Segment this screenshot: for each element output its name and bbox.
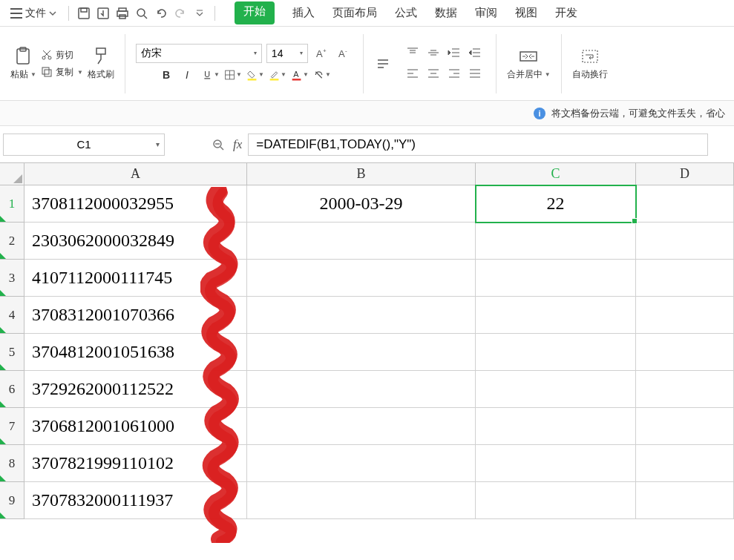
col-header-B[interactable]: B [247,163,476,185]
clear-format-icon[interactable]: ▼ [313,66,331,84]
row-header[interactable]: 6 [0,371,24,408]
cell[interactable] [636,482,734,519]
tab-view[interactable]: 视图 [515,1,537,24]
cell[interactable]: 3707832000111937 [24,482,247,519]
align-justify-icon[interactable] [466,65,484,82]
align-right-icon[interactable] [445,65,463,82]
font-color-icon[interactable]: A▼ [291,66,309,84]
paste-button[interactable]: 粘贴▼ [10,46,36,81]
cell[interactable] [476,371,636,408]
col-header-A[interactable]: A [24,163,247,185]
tab-review[interactable]: 审阅 [475,1,497,24]
cell[interactable] [247,223,476,260]
redo-icon[interactable] [173,6,188,21]
row-header[interactable]: 9 [0,482,24,519]
align-center-icon[interactable] [425,65,442,82]
cell[interactable]: 3707821999110102 [24,445,247,482]
cell[interactable] [636,260,734,297]
auto-wrap-button[interactable]: 自动换行 [572,46,608,81]
copy-button[interactable]: 复制▼ [41,66,83,79]
quick-access-dropdown[interactable] [192,6,207,21]
cell[interactable]: 2303062000032849 [24,223,247,260]
underline-icon[interactable]: U▼ [202,66,220,84]
increase-font-icon[interactable]: A+ [312,45,330,62]
cell[interactable] [247,297,476,334]
cell[interactable] [476,260,636,297]
cell[interactable] [247,408,476,445]
tab-formula[interactable]: 公式 [395,1,417,24]
italic-icon[interactable]: I [180,66,197,84]
row-header[interactable]: 8 [0,445,24,482]
align-top-icon[interactable] [404,44,422,62]
print-icon[interactable] [115,6,130,21]
merge-label: 合并居中 [507,68,543,81]
cell[interactable]: 3704812001051638 [24,334,247,371]
cell[interactable]: 3729262000112522 [24,371,247,408]
cell[interactable]: 3708312001070366 [24,297,247,334]
indent-increase-icon[interactable] [466,44,484,62]
cell[interactable] [247,334,476,371]
cell[interactable]: 4107112000111745 [24,260,247,297]
tab-start[interactable]: 开始 [235,1,275,24]
cell[interactable] [476,445,636,482]
svg-text:B: B [163,69,170,81]
cell[interactable] [476,408,636,445]
file-menu[interactable]: 文件 [6,4,61,23]
name-box[interactable]: C1 ▾ [3,134,165,156]
chevron-down-icon: ▾ [156,140,160,148]
row-header[interactable]: 7 [0,408,24,445]
cell[interactable] [636,223,734,260]
cell[interactable]: 2000-03-29 [247,185,476,223]
save-as-icon[interactable] [96,6,111,21]
cell[interactable] [247,445,476,482]
cell[interactable] [476,297,636,334]
tab-insert[interactable]: 插入 [292,1,315,24]
row-header[interactable]: 5 [0,334,24,371]
merge-center-button[interactable]: 合并居中▼ [507,46,551,81]
cell[interactable] [247,260,476,297]
cell[interactable] [636,297,734,334]
cell[interactable] [636,334,734,371]
select-all-corner[interactable] [0,163,24,185]
fill-color-icon[interactable]: ▼ [246,66,264,84]
row-header[interactable]: 1 [0,185,24,223]
cell[interactable] [636,408,734,445]
bold-icon[interactable]: B [157,66,175,84]
save-icon[interactable] [76,6,91,21]
cell[interactable] [636,185,734,223]
cell[interactable] [247,371,476,408]
tab-data[interactable]: 数据 [435,1,457,24]
tab-dev[interactable]: 开发 [555,1,577,24]
print-preview-icon[interactable] [134,6,149,21]
border-icon[interactable]: ▼ [224,66,242,84]
zoom-out-icon[interactable] [209,136,227,154]
cell[interactable]: 22 [476,185,636,223]
cut-button[interactable]: 剪切 [41,49,83,62]
cell[interactable] [636,445,734,482]
wrap-text-icon[interactable] [374,55,392,73]
cell[interactable]: 3708112000032955 [24,185,247,223]
cell[interactable] [476,223,636,260]
font-name-select[interactable]: 仿宋▾ [136,44,262,63]
col-header-D[interactable]: D [636,163,734,185]
highlight-icon[interactable]: ▼ [269,66,286,84]
row-header[interactable]: 2 [0,223,24,260]
undo-icon[interactable] [154,6,168,21]
fx-icon[interactable]: fx [233,137,242,152]
font-size-select[interactable]: 14▾ [266,44,308,63]
cell[interactable] [247,482,476,519]
align-middle-icon[interactable] [425,44,442,62]
row-header[interactable]: 3 [0,260,24,297]
cell[interactable] [636,371,734,408]
tab-layout[interactable]: 页面布局 [332,1,377,24]
cell[interactable] [476,334,636,371]
formula-input[interactable]: =DATEDIF(B1,TODAY(),"Y") [248,134,708,156]
align-left-icon[interactable] [404,65,422,82]
cell[interactable] [476,482,636,519]
indent-decrease-icon[interactable] [445,44,463,62]
row-header[interactable]: 4 [0,297,24,334]
decrease-font-icon[interactable]: A- [335,45,353,62]
col-header-C[interactable]: C [476,163,636,185]
format-painter-button[interactable]: 格式刷 [88,46,114,81]
cell[interactable]: 3706812001061000 [24,408,247,445]
